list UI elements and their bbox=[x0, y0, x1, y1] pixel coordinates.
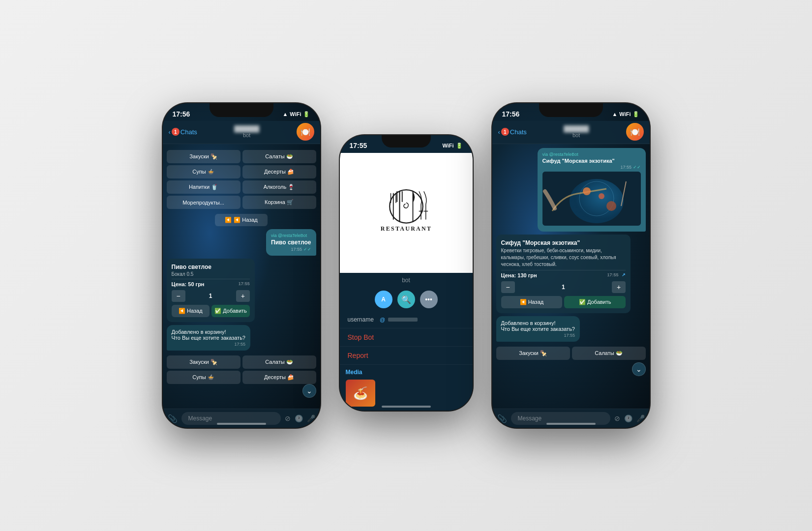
phone-middle: 17:55 WiFi 🔋 bbox=[340, 135, 473, 411]
phone-right: 17:56 ▲ WiFi 🔋 ‹ 1 Chats bbox=[492, 103, 650, 428]
msg-via-right: via @restaTeleBot bbox=[542, 152, 641, 157]
input-bar-left: 📎 Message ⊘ 🕐 🎤 bbox=[163, 409, 320, 428]
stepper-val-left: 1 bbox=[188, 293, 233, 299]
stepper-minus-left[interactable]: − bbox=[172, 290, 185, 302]
clock-icon-right[interactable]: 🕐 bbox=[624, 414, 632, 422]
notch-left bbox=[210, 103, 273, 117]
kb-btn-salaty[interactable]: Салаты 🥗 bbox=[242, 150, 316, 163]
nav-avatar-left[interactable]: 🍽️ bbox=[297, 123, 314, 141]
kb-bottom-3-left[interactable]: Супы 🍲 bbox=[167, 371, 241, 384]
back-btn-area: ◀️ ◀️ Назад bbox=[167, 214, 316, 226]
stepper-minus-right[interactable]: − bbox=[501, 281, 515, 293]
main-scene: 17:56 ▲ WiFi 🔋 ‹ 1 Chats bbox=[0, 0, 812, 531]
keyboard-bottom-left: Закуски 🍢 Салаты 🥗 Супы 🍲 Десерты 🍰 bbox=[167, 355, 316, 384]
nav-avatar-right[interactable]: 🍽️ bbox=[626, 123, 644, 141]
mic-icon-right[interactable]: 🎤 bbox=[636, 414, 645, 422]
msg-outgoing-right: via @restaTeleBot Сифуд "Морская экзотик… bbox=[538, 148, 646, 232]
msg-outgoing-left: via @restaTeleBot Пиво светлое 17:55 ✓✓ bbox=[266, 229, 316, 256]
msg-time-left: 17:55 ✓✓ bbox=[271, 247, 311, 252]
home-indicator-left bbox=[217, 423, 266, 425]
kb-btn-moreproducts[interactable]: Морепродукты... bbox=[167, 196, 241, 209]
svg-point-13 bbox=[599, 193, 604, 199]
kb-btn-napitki[interactable]: Напитки 🥤 bbox=[167, 180, 241, 194]
product-time-right: 17:55 ↗ bbox=[607, 272, 626, 277]
username-row: username @ bbox=[340, 311, 473, 328]
kb-btn-zakuski[interactable]: Закуски 🍢 bbox=[167, 150, 241, 163]
restaurant-svg: RESTAURANT bbox=[367, 182, 446, 241]
stop-bot-btn[interactable]: Stop Bot bbox=[340, 328, 473, 347]
kb-btn-deserty[interactable]: Десерты 🍰 bbox=[242, 165, 316, 178]
food-image-inner bbox=[542, 172, 641, 226]
stepper-plus-left[interactable]: + bbox=[236, 290, 250, 302]
mute-btn[interactable]: A bbox=[375, 291, 392, 308]
username-blur bbox=[388, 318, 418, 322]
nav-bar-left: ‹ 1 Chats ██████ bot 🍽️ bbox=[163, 121, 320, 144]
attachment-icon-right[interactable]: 📎 bbox=[497, 414, 507, 423]
kb-bottom-2-left[interactable]: Салаты 🥗 bbox=[242, 355, 316, 369]
back-btn-top[interactable]: ◀️ ◀️ Назад bbox=[215, 214, 268, 226]
bot-info-label: bot bbox=[340, 273, 473, 288]
scroll-down-right[interactable]: ⌄ bbox=[632, 362, 646, 376]
chat-area-left: Закуски 🍢 Салаты 🥗 Супы 🍲 Десерты 🍰 Напи… bbox=[163, 144, 320, 409]
back-action-btn-left[interactable]: ◀️ Назад bbox=[172, 305, 210, 317]
chat-area-right: via @restaTeleBot Сифуд "Морская экзотик… bbox=[492, 144, 650, 409]
status-icons-middle: WiFi 🔋 bbox=[442, 143, 462, 149]
nav-badge-left: 1 bbox=[172, 128, 180, 136]
kb-btn-korzina[interactable]: Корзина 🛒 bbox=[242, 196, 316, 209]
add-action-btn-left[interactable]: ✅ Добавить bbox=[211, 305, 250, 317]
product-price-left: Цена: 50 грн 17:55 bbox=[172, 281, 250, 287]
svg-point-12 bbox=[583, 187, 591, 195]
more-btn[interactable]: ••• bbox=[420, 291, 438, 308]
search-btn[interactable]: 🔍 bbox=[397, 291, 415, 308]
kb-btn-supy[interactable]: Супы 🍲 bbox=[167, 165, 241, 178]
msg-added-text-right: Добавлено в корзину! Что Вы еще хотите з… bbox=[501, 320, 575, 332]
kb-bottom-4-left[interactable]: Десерты 🍰 bbox=[242, 371, 316, 384]
product-desc-right: Креветки тигровые, беби-осьминоги, мидии… bbox=[501, 247, 626, 268]
scroll-down-left[interactable]: ⌄ bbox=[302, 384, 316, 398]
action-btns-left: ◀️ Назад ✅ Добавить bbox=[172, 305, 250, 317]
divider-left bbox=[172, 279, 250, 279]
nav-bar-right: ‹ 1 Chats ██████ bot 🍽️ bbox=[492, 121, 650, 144]
bot-section: bot A 🔍 ••• username @ S bbox=[340, 273, 473, 411]
clock-icon-left[interactable]: 🕐 bbox=[295, 414, 303, 422]
kb-bottom-2-right[interactable]: Салаты 🥗 bbox=[572, 347, 646, 360]
kb-bottom-1-left[interactable]: Закуски 🍢 bbox=[167, 355, 241, 369]
product-title-left: Пиво светлое bbox=[172, 264, 250, 270]
back-arrow-icon: ‹ bbox=[169, 128, 171, 136]
stepper-left: − 1 + bbox=[172, 290, 250, 302]
sticker-icon-left[interactable]: ⊘ bbox=[285, 414, 291, 422]
nav-badge-right: 1 bbox=[501, 128, 509, 136]
add-action-btn-right[interactable]: ✅ Добавить bbox=[564, 296, 626, 308]
attachment-icon-left[interactable]: 📎 bbox=[168, 414, 178, 423]
status-time-right: 17:56 bbox=[502, 110, 520, 118]
stepper-plus-right[interactable]: + bbox=[612, 281, 626, 293]
nav-back-label-right: Chats bbox=[510, 128, 527, 136]
nav-title-blur-right: ██████ bbox=[527, 125, 626, 132]
mic-icon-left[interactable]: 🎤 bbox=[307, 414, 315, 422]
bot-label: bot bbox=[402, 277, 410, 284]
msg-time-right: 17:55 ✓✓ bbox=[542, 165, 641, 170]
kb-btn-alkohol[interactable]: Алкоголь 🍷 bbox=[242, 180, 316, 194]
product-sub-left: Бокал 0.5 bbox=[172, 271, 250, 277]
nav-back-label-left: Chats bbox=[180, 128, 197, 136]
product-title-right: Сифуд "Морская экзотика" bbox=[501, 239, 626, 246]
msg-outgoing-area-right: via @restaTeleBot Сифуд "Морская экзотик… bbox=[496, 148, 646, 232]
msg-outgoing-area-left: via @restaTeleBot Пиво светлое 17:55 ✓✓ bbox=[167, 229, 316, 256]
back-action-btn-right[interactable]: ◀️ Назад bbox=[501, 296, 563, 308]
nav-center-right: ██████ bot bbox=[527, 125, 626, 138]
home-indicator-middle bbox=[382, 406, 431, 408]
share-icon-right: ↗ bbox=[622, 272, 626, 277]
nav-center-left: ██████ bot bbox=[197, 125, 297, 138]
nav-back-left[interactable]: ‹ 1 Chats bbox=[169, 128, 197, 136]
nav-back-right[interactable]: ‹ 1 Chats bbox=[498, 128, 527, 136]
product-price-right: Цена: 130 грн 17:55 ↗ bbox=[501, 272, 626, 278]
report-btn[interactable]: Report bbox=[340, 347, 473, 365]
divider-right bbox=[501, 270, 626, 270]
keyboard-top-left: Закуски 🍢 Салаты 🥗 Супы 🍲 Десерты 🍰 Напи… bbox=[167, 150, 316, 209]
sticker-icon-right[interactable]: ⊘ bbox=[614, 414, 620, 422]
kb-bottom-1-right[interactable]: Закуски 🍢 bbox=[496, 347, 570, 360]
msg-added-text-left: Добавлено в корзину! Что Вы еще хотите з… bbox=[172, 329, 245, 341]
keyboard-bottom-right: Закуски 🍢 Салаты 🥗 bbox=[496, 347, 646, 360]
status-icons-left: ▲ WiFi 🔋 bbox=[282, 111, 310, 118]
restaurant-logo-area: RESTAURANT bbox=[340, 153, 473, 273]
